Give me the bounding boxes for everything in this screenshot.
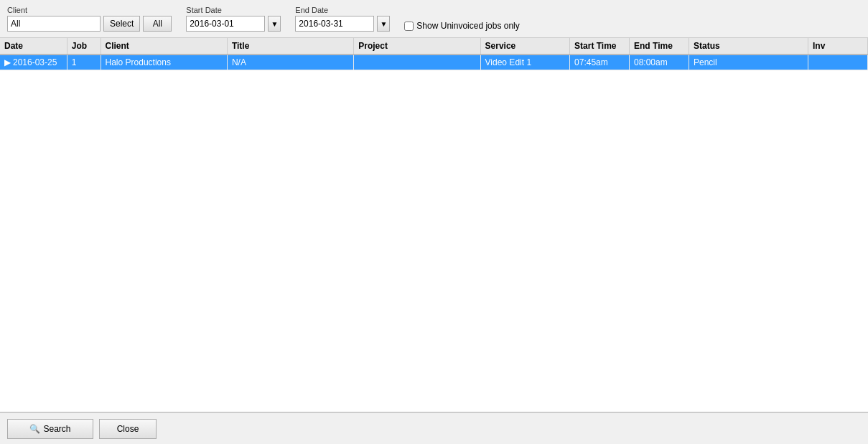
search-button-label: Search [43,424,70,434]
row-client-cell: Halo Productions [101,55,227,70]
table-body: ▶2016-03-251Halo ProductionsN/AVideo Edi… [0,55,868,70]
row-job-cell: 1 [67,55,101,70]
row-end-time-cell: 08:00am [630,55,689,70]
col-header-status: Status [689,38,808,55]
table-row[interactable]: ▶2016-03-251Halo ProductionsN/AVideo Edi… [0,55,868,70]
start-date-input[interactable] [186,16,265,32]
col-header-date: Date [0,38,67,55]
col-header-start-time: Start Time [570,38,630,55]
client-row: Select All [7,16,172,32]
table-container: Date Job Client Title Project Service St… [0,38,868,412]
client-input[interactable] [7,16,101,32]
row-title-cell: N/A [227,55,353,70]
col-header-job: Job [67,38,101,55]
col-header-client: Client [101,38,227,55]
all-button[interactable]: All [143,16,172,32]
row-arrow: ▶ [4,57,11,67]
bottom-bar: 🔍 Search Close [0,412,868,444]
end-date-field-group: End Date ▼ [295,6,390,32]
row-start-time-cell: 07:45am [570,55,630,70]
col-header-title: Title [227,38,353,55]
end-date-label: End Date [295,6,390,14]
row-date-cell: ▶2016-03-25 [0,55,67,70]
start-date-dropdown-button[interactable]: ▼ [268,16,281,32]
search-button[interactable]: 🔍 Search [7,419,93,439]
start-date-label: Start Date [186,6,281,14]
client-field-group: Client Select All [7,6,172,32]
col-header-end-time: End Time [630,38,689,55]
show-uninvoiced-label[interactable]: Show Uninvoiced jobs only [416,21,519,31]
col-header-service: Service [480,38,569,55]
row-inv-cell [808,55,867,70]
jobs-table: Date Job Client Title Project Service St… [0,38,868,70]
search-icon: 🔍 [29,424,40,434]
top-bar: Client Select All Start Date ▼ End Date … [0,0,868,38]
client-label: Client [7,6,172,14]
table-header: Date Job Client Title Project Service St… [0,38,868,55]
show-uninvoiced-group: Show Uninvoiced jobs only [404,21,519,31]
start-date-field-group: Start Date ▼ [186,6,281,32]
end-date-input[interactable] [295,16,374,32]
start-date-row: ▼ [186,16,281,32]
end-date-row: ▼ [295,16,390,32]
select-button[interactable]: Select [103,16,140,32]
row-status-cell: Pencil [689,55,808,70]
show-uninvoiced-checkbox[interactable] [404,22,414,31]
col-header-project: Project [354,38,480,55]
row-service-cell: Video Edit 1 [480,55,569,70]
row-project-cell [354,55,480,70]
end-date-dropdown-button[interactable]: ▼ [377,16,390,32]
col-header-inv: Inv [808,38,867,55]
close-button[interactable]: Close [99,419,157,439]
